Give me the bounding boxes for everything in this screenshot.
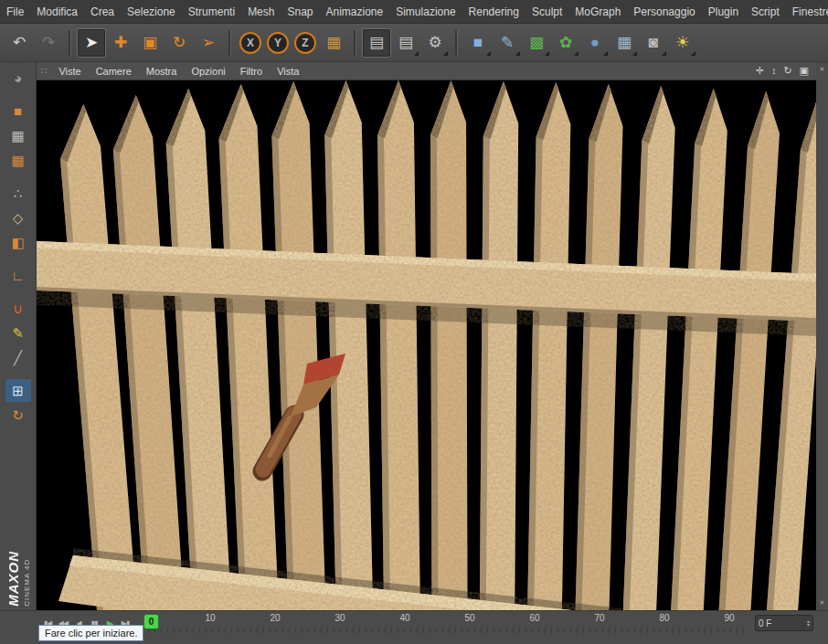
- menu-item[interactable]: Plugin: [702, 5, 745, 18]
- viewport-menu-item[interactable]: Camere: [89, 66, 139, 77]
- menu-item[interactable]: File: [0, 5, 30, 18]
- menu-item[interactable]: Simulazione: [389, 5, 462, 18]
- move-tool[interactable]: ✚: [107, 29, 134, 57]
- timeline-ruler[interactable]: 0 102030405060708090: [142, 613, 749, 633]
- left-toolbar: ◕■▦▦∴◇◧∟∪✎╱⊞↻ MAXON CINEMA 4D: [0, 62, 37, 610]
- camera-button[interactable]: ◙: [640, 29, 667, 57]
- magnet-tool-button[interactable]: ∪: [5, 297, 31, 320]
- scale-tool[interactable]: ▣: [136, 29, 164, 57]
- main-area: ◕■▦▦∴◇◧∟∪✎╱⊞↻ MAXON CINEMA 4D ∷ VisteCam…: [0, 62, 828, 610]
- timeline-tick-label: 60: [525, 613, 545, 623]
- timeline-tick-label: 10: [200, 613, 220, 623]
- viewport-panel: ∷ VisteCamereMostraOpzioniFiltroVista ✛↕…: [37, 62, 816, 610]
- current-frame-marker[interactable]: 0: [143, 614, 159, 629]
- right-edge-strip: ✕✕: [816, 62, 828, 610]
- enable-axis-button[interactable]: ∟: [5, 264, 31, 287]
- menubar: FileModificaCreaSelezioneStrumentiMeshSn…: [0, 0, 828, 24]
- frame-value: 0 F: [759, 618, 807, 628]
- viewport-menu-item[interactable]: Viste: [51, 66, 88, 77]
- menu-item[interactable]: Script: [745, 5, 786, 18]
- render-picture-viewer-button[interactable]: ▤: [392, 29, 419, 57]
- toolbar-divider: [455, 30, 458, 56]
- viewport-menu-item[interactable]: Mostra: [139, 66, 185, 77]
- viewport-menubar: ∷ VisteCamereMostraOpzioniFiltroVista ✛↕…: [37, 62, 816, 80]
- brush-tool-button[interactable]: ✎: [5, 322, 31, 344]
- toolbar-divider: [354, 30, 356, 56]
- viewport-menu-item[interactable]: Filtro: [233, 66, 270, 77]
- add-cube-button[interactable]: ■: [464, 29, 492, 57]
- undo-button[interactable]: ↶: [5, 29, 33, 57]
- maxon-logo: MAXON: [5, 551, 21, 607]
- frame-field[interactable]: 0 F ▴▾: [755, 615, 813, 631]
- viewport-menu-item[interactable]: Vista: [270, 66, 306, 77]
- mode-tool-palette: ◕■▦▦∴◇◧∟∪✎╱⊞↻: [5, 66, 31, 428]
- render-settings-button[interactable]: ⚙: [421, 29, 449, 57]
- cinema4d-logo: CINEMA 4D: [23, 551, 31, 607]
- redo-button[interactable]: ↷: [35, 29, 62, 57]
- timeline-tick-label: 40: [395, 613, 415, 623]
- drag-handle-icon[interactable]: ∷: [37, 66, 51, 76]
- toolbar-divider: [228, 30, 231, 56]
- timeline-tick-label: 70: [589, 613, 610, 623]
- polygons-mode-button[interactable]: ◧: [5, 231, 31, 254]
- panel-menu-icon[interactable]: ✕: [820, 66, 825, 73]
- view-tool-button[interactable]: ◕: [5, 67, 31, 90]
- menu-item[interactable]: Mesh: [241, 5, 281, 18]
- cinema4d-window: FileModificaCreaSelezioneStrumentiMeshSn…: [0, 0, 828, 644]
- zoom-view-icon[interactable]: ↕: [771, 65, 777, 77]
- lock-z-axis-button[interactable]: Z: [294, 32, 316, 54]
- timeline-left-pad: [0, 611, 37, 635]
- timeline-tick-label: 80: [654, 613, 674, 623]
- tooltip-text: Fare clic per iniziare.: [45, 628, 137, 639]
- panel-close-icon[interactable]: ✕: [820, 599, 825, 607]
- menu-item[interactable]: Modifica: [30, 5, 84, 18]
- volume-button[interactable]: ●: [581, 29, 609, 57]
- lock-x-axis-button[interactable]: X: [239, 32, 261, 54]
- toolbar-divider: [69, 30, 71, 56]
- render-view-button[interactable]: ▤: [363, 29, 390, 57]
- menu-item[interactable]: Selezione: [121, 5, 182, 18]
- tooltip: Fare clic per iniziare.: [38, 625, 143, 641]
- snap-toggle-button[interactable]: ⊞: [5, 379, 31, 402]
- last-used-tool[interactable]: ➢: [195, 29, 222, 57]
- timeline-tick-label: 50: [460, 613, 480, 623]
- edges-mode-button[interactable]: ◇: [5, 206, 31, 229]
- menu-item[interactable]: MoGraph: [568, 5, 627, 18]
- lock-y-axis-button[interactable]: Y: [267, 32, 289, 54]
- timeline-tick-label: 20: [265, 613, 285, 623]
- cloner-button[interactable]: ✿: [552, 29, 579, 57]
- light-button[interactable]: ☀: [669, 29, 696, 57]
- texture-mode-button[interactable]: ▦: [5, 124, 31, 147]
- rotate-tool[interactable]: ↻: [165, 29, 193, 57]
- menu-item[interactable]: Rendering: [462, 5, 525, 18]
- timeline-tick-label: 30: [330, 613, 350, 623]
- move-view-icon[interactable]: ✛: [756, 65, 764, 77]
- spline-pen-button[interactable]: ✎: [494, 29, 521, 57]
- subdivision-surface-button[interactable]: ▩: [523, 29, 550, 57]
- viewport-3d[interactable]: [37, 80, 816, 610]
- brand: MAXON CINEMA 4D: [0, 551, 36, 607]
- viewport-menu-item[interactable]: Opzioni: [184, 66, 232, 77]
- frame-stepper-icons[interactable]: ▴▾: [807, 619, 810, 627]
- floor-button[interactable]: ▦: [610, 29, 638, 57]
- rotate-view-icon[interactable]: ↻: [783, 65, 791, 77]
- line-cut-button[interactable]: ╱: [5, 346, 31, 369]
- workplane-rotate-button[interactable]: ↻: [5, 404, 31, 427]
- viewport-menus: VisteCamereMostraOpzioniFiltroVista: [51, 66, 306, 77]
- menu-item[interactable]: Animazione: [320, 5, 390, 18]
- menu-item[interactable]: Snap: [281, 5, 319, 18]
- timeline-tick-label: 90: [719, 613, 739, 623]
- coordinate-system-button[interactable]: ▦: [320, 29, 347, 57]
- menu-item[interactable]: Crea: [84, 5, 121, 18]
- points-mode-button[interactable]: ∴: [5, 182, 31, 205]
- menu-item[interactable]: Personaggio: [627, 5, 701, 18]
- live-selection-tool[interactable]: ➤: [78, 29, 105, 57]
- menu-item[interactable]: Sculpt: [525, 5, 568, 18]
- fence-scene: [37, 80, 816, 610]
- toolbar: ↶↷➤✚▣↻➢XYZ▦▤▤⚙■✎▩✿●▦◙☀: [0, 24, 828, 62]
- menu-item[interactable]: Strumenti: [182, 5, 241, 18]
- model-mode-button[interactable]: ■: [5, 100, 31, 122]
- toggle-view-icon[interactable]: ▣: [800, 65, 809, 77]
- workplane-mode-button[interactable]: ▦: [5, 149, 31, 172]
- menu-item[interactable]: Finestre: [786, 5, 828, 18]
